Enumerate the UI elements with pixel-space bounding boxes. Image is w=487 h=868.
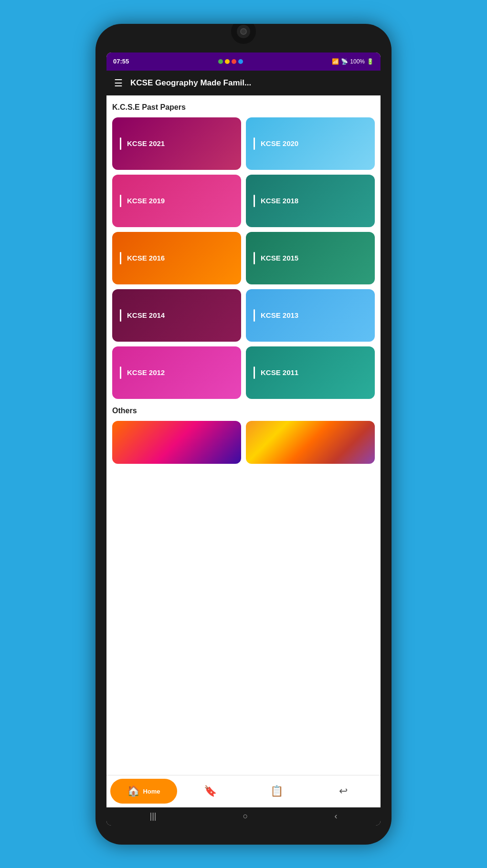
card-2015-label: KCSE 2015 (254, 252, 298, 264)
status-bar: 07:55 📶 📡 100% 🔋 (106, 52, 381, 71)
back-icon: ↩ (339, 785, 348, 797)
status-icons: 📶 📡 100% 🔋 (332, 58, 374, 65)
card-2015[interactable]: KCSE 2015 (246, 232, 375, 284)
dot-blue (238, 59, 243, 64)
app-bar: ☰ KCSE Geography Made Famil... (106, 71, 381, 95)
content-area: K.C.S.E Past Papers KCSE 2021 KCSE 2020 (106, 95, 381, 775)
card-bar (254, 137, 255, 150)
phone-frame: 07:55 📶 📡 100% 🔋 ☰ KCSE Geography Made F… (95, 24, 392, 845)
others-title: Others (112, 407, 375, 415)
battery-icon: 🔋 (367, 58, 374, 65)
others-card-left[interactable] (112, 421, 241, 464)
card-2011-label: KCSE 2011 (254, 366, 298, 379)
nav-home-circle-icon[interactable]: ○ (243, 811, 248, 821)
card-2016[interactable]: KCSE 2016 (112, 232, 241, 284)
card-2021-label: KCSE 2021 (120, 137, 165, 150)
card-2016-label: KCSE 2016 (120, 252, 165, 264)
pop-camera (231, 24, 256, 44)
card-2014-label: KCSE 2014 (120, 309, 165, 322)
home-label: Home (143, 788, 160, 795)
home-icon: 🏠 (127, 785, 140, 797)
hamburger-icon[interactable]: ☰ (114, 77, 123, 89)
phone-screen: 07:55 📶 📡 100% 🔋 ☰ KCSE Geography Made F… (106, 52, 381, 826)
phone-bottom-bar: ||| ○ ‹ (106, 807, 381, 826)
card-2018-label: KCSE 2018 (254, 195, 298, 207)
card-2019-label: KCSE 2019 (120, 195, 165, 207)
cards-grid: KCSE 2021 KCSE 2020 KCSE 2019 (112, 117, 375, 399)
others-grid (112, 421, 375, 464)
card-2018[interactable]: KCSE 2018 (246, 175, 375, 227)
nav-home-button[interactable]: 🏠 Home (110, 779, 177, 804)
card-2013[interactable]: KCSE 2013 (246, 289, 375, 342)
bookmark-icon: 🔖 (204, 785, 217, 797)
card-2012[interactable]: KCSE 2012 (112, 346, 241, 399)
card-bar (254, 366, 255, 379)
others-card-right[interactable] (246, 421, 375, 464)
dot-yellow (225, 59, 230, 64)
signal-icon: 📶 (332, 58, 339, 65)
wifi-icon: 📡 (341, 58, 348, 65)
card-2012-label: KCSE 2012 (120, 366, 165, 379)
past-papers-title: K.C.S.E Past Papers (112, 103, 375, 112)
nav-back-button[interactable]: ↩ (310, 779, 377, 804)
card-bar (120, 366, 121, 379)
card-2011[interactable]: KCSE 2011 (246, 346, 375, 399)
dot-green (218, 59, 223, 64)
dot-red (232, 59, 236, 64)
nav-recent-icon[interactable]: ||| (150, 811, 157, 821)
nav-layers-button[interactable]: 📋 (244, 779, 310, 804)
card-2013-label: KCSE 2013 (254, 309, 298, 322)
card-2021[interactable]: KCSE 2021 (112, 117, 241, 170)
card-bar (254, 252, 255, 264)
card-bar (120, 309, 121, 322)
nav-back-arrow-icon[interactable]: ‹ (334, 811, 337, 821)
card-bar (254, 309, 255, 322)
card-2014[interactable]: KCSE 2014 (112, 289, 241, 342)
nav-bookmark-button[interactable]: 🔖 (177, 779, 244, 804)
card-2020-label: KCSE 2020 (254, 137, 298, 150)
card-2019[interactable]: KCSE 2019 (112, 175, 241, 227)
layers-icon: 📋 (270, 785, 283, 797)
card-bar (254, 195, 255, 207)
card-2020[interactable]: KCSE 2020 (246, 117, 375, 170)
card-bar (120, 252, 121, 264)
status-dots (218, 59, 243, 64)
app-title: KCSE Geography Made Famil... (130, 78, 251, 88)
card-bar (120, 195, 121, 207)
bottom-nav: 🏠 Home 🔖 📋 ↩ (106, 775, 381, 807)
battery-text: 100% (350, 58, 365, 65)
status-time: 07:55 (113, 58, 129, 65)
card-bar (120, 137, 121, 150)
